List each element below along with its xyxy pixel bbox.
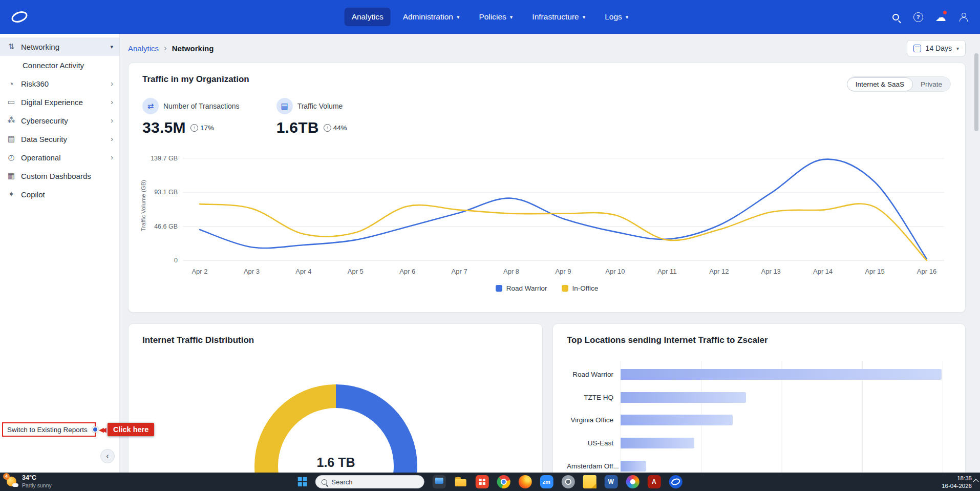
photos-icon[interactable] [626,475,639,488]
sidebar-item-custom-dashboards[interactable]: ▦Custom Dashboards [0,167,119,185]
bar-track [621,369,942,380]
chevron-right-icon: › [111,79,113,88]
top-navigation: AnalyticsAdministration▾Policies▾Infrast… [0,0,980,34]
word-icon[interactable]: W [604,475,617,488]
bar-track [621,392,942,403]
in-office-line [200,204,927,260]
digital-experience-icon: ▭ [6,97,16,107]
sidebar-item-connector-activity[interactable]: Connector Activity [0,56,119,74]
sidebar-item-label: Networking [21,43,59,51]
sidebar-item-data-security[interactable]: ▤Data Security› [0,130,119,148]
desktop-icon[interactable] [432,475,445,488]
zscaler-icon[interactable] [669,475,682,488]
locations-card-title: Top Locations sending Internet Traffic t… [567,335,768,345]
taskbar-search[interactable]: Search [315,475,424,488]
nav-item-policies[interactable]: Policies▾ [472,8,520,26]
traffic-card: Traffic in my Organization Internet & Sa… [128,63,966,313]
svg-text:Apr 4: Apr 4 [295,268,311,275]
user-icon[interactable] [954,8,972,26]
taskbar-chevron-icon[interactable] [973,479,978,484]
metric-value-row: 1.6TB44% [276,119,347,136]
sidebar-item-risk360[interactable]: ◔Risk360› [0,74,119,93]
sidebar-item-label: Risk360 [21,79,49,88]
chrome-icon[interactable] [497,475,510,488]
svg-text:Apr 12: Apr 12 [709,268,729,275]
pointer-icon [92,426,98,433]
bar[interactable] [621,415,733,425]
bar-row-amsterdam-off: Amsterdam Off... [567,455,942,473]
nav-item-label: Infrastructure [532,12,579,22]
cloud-status-icon[interactable] [932,8,949,26]
file-explorer-icon[interactable] [454,475,467,488]
scrollbar-thumb[interactable] [974,53,978,131]
help-icon[interactable] [909,8,927,26]
weather-badge: 4 [3,473,10,480]
nav-item-label: Logs [605,12,622,22]
traffic-card-title: Traffic in my Organization [142,74,249,85]
svg-text:Apr 2: Apr 2 [191,268,207,275]
svg-text:Apr 11: Apr 11 [657,268,676,275]
sidebar-item-copilot[interactable]: ✦Copilot [0,185,119,203]
donut-center-label: 1.6 TB [254,455,417,470]
page-header: Analytics › Networking 14 Days ▾ [128,39,966,57]
chevron-down-icon: ▾ [110,44,113,50]
taskbar-clock[interactable]: 18:35 16-04-2026 [942,475,972,490]
svg-text:Apr 10: Apr 10 [605,268,625,275]
sidebar-collapse-button[interactable]: ‹ [100,449,115,463]
risk360-icon: ◔ [6,79,16,88]
sidebar-item-operational[interactable]: ◴Operational› [0,148,119,167]
bar[interactable] [621,461,646,472]
legend-swatch [562,285,568,292]
weather-widget[interactable]: 4 34°C Partly sunny [5,474,52,489]
sidebar: ⇅Networking▾Connector Activity◔Risk360›▭… [0,34,120,473]
annotation-arrow-icon [99,426,104,434]
date-range-button[interactable]: 14 Days ▾ [907,40,966,56]
road-warrior-line [200,159,927,259]
nav-item-infrastructure[interactable]: Infrastructure▾ [525,8,592,26]
toggle-private[interactable]: Private [912,78,950,91]
chevron-right-icon: › [111,153,113,161]
switch-to-existing-reports-button[interactable]: Switch to Existing Reports [2,422,96,437]
search-icon[interactable] [887,8,904,26]
bar[interactable] [621,369,942,380]
firefox-icon[interactable] [518,475,531,488]
sidebar-item-digital-experience[interactable]: ▭Digital Experience› [0,93,119,111]
legend-in-office: In-Office [562,284,599,292]
acrobat-icon[interactable]: A [647,475,661,488]
chevron-down-icon: ▾ [457,14,460,21]
cybersecurity-icon: ⁂ [6,116,16,125]
sidebar-item-label: Copilot [21,190,45,199]
screen: AnalyticsAdministration▾Policies▾Infrast… [0,0,980,491]
sidebar-item-label: Digital Experience [21,98,83,107]
chevron-down-icon: ▾ [956,46,959,51]
search-placeholder: Search [331,478,352,486]
red-app-icon[interactable] [475,475,488,488]
metric-value: 1.6TB [276,119,319,136]
clock-time: 18:35 [942,475,972,482]
nav-item-administration[interactable]: Administration▾ [396,8,467,26]
sidebar-menu: ⇅Networking▾Connector Activity◔Risk360›▭… [0,34,119,203]
nav-item-logs[interactable]: Logs▾ [598,8,635,26]
breadcrumb-current: Networking [172,44,214,53]
sidebar-item-networking[interactable]: ⇅Networking▾ [0,37,119,56]
bar[interactable] [621,392,746,403]
toggle-internet-saas[interactable]: Internet & SaaS [847,77,913,91]
click-here-annotation: Click here [108,423,154,436]
bar-track [621,461,942,472]
sidebar-item-cybersecurity[interactable]: ⁂Cybersecurity› [0,111,119,130]
chevron-right-icon: › [111,135,113,143]
svg-text:139.7 GB: 139.7 GB [151,155,178,162]
bar-label: Road Warrior [567,371,621,378]
traffic-line-chart: Traffic Volume (GB)046.6 GB93.1 GB139.7 … [137,144,956,279]
camera-icon[interactable] [561,475,574,488]
nav-item-label: Analytics [352,12,384,22]
metric-delta: 17% [190,124,214,132]
zoom-icon[interactable]: zm [540,475,553,488]
breadcrumb-analytics[interactable]: Analytics [128,44,159,53]
date-range-label: 14 Days [926,44,952,52]
start-button-icon[interactable] [298,477,307,486]
sticky-notes-icon[interactable] [583,475,596,488]
nav-item-analytics[interactable]: Analytics [345,8,391,26]
bar[interactable] [621,438,694,448]
taskbar-center: Search zmWA [298,473,683,491]
